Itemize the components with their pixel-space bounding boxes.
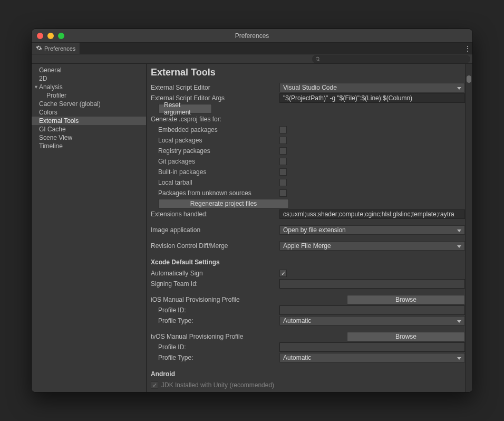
tvos-profile-heading: tvOS Manual Provisioning Profile <box>151 333 279 340</box>
ios-profile-id-input[interactable] <box>279 305 465 315</box>
scrollbar-thumb[interactable] <box>467 75 471 83</box>
csproj-embedded-label: Embedded packages <box>151 126 279 133</box>
gear-icon <box>36 45 42 52</box>
ios-profile-heading: iOS Manual Provisioning Profile <box>151 296 279 303</box>
content-scroll[interactable]: External Tools External Script Editor Vi… <box>147 64 465 392</box>
ios-browse-button[interactable]: Browse <box>347 295 465 304</box>
revision-control-dropdown[interactable]: Apple File Merge <box>279 241 465 251</box>
signing-team-label: Signing Team Id: <box>151 280 279 288</box>
tab-preferences[interactable]: Preferences <box>32 43 80 54</box>
preferences-window: Preferences Preferences ⋮ General 2D ▼An… <box>31 28 473 393</box>
sidebar-item-external-tools[interactable]: External Tools <box>32 117 146 125</box>
page-title: External Tools <box>151 67 465 78</box>
revision-control-label: Revision Control Diff/Merge <box>151 242 279 250</box>
ios-profile-type-dropdown[interactable]: Automatic <box>279 316 465 326</box>
sidebar-item-cache-server[interactable]: Cache Server (global) <box>32 100 146 108</box>
search-row <box>32 54 472 64</box>
tvos-profile-type-dropdown[interactable]: Automatic <box>279 353 465 362</box>
tvos-profile-id-input[interactable] <box>279 342 465 352</box>
csproj-builtin-checkbox[interactable] <box>279 168 287 176</box>
android-jdk-label: JDK Installed with Unity (recommended) <box>161 381 274 389</box>
tvos-profile-type-label: Profile Type: <box>151 354 279 361</box>
xcode-heading: Xcode Default Settings <box>151 259 465 266</box>
android-jdk-checkbox[interactable] <box>151 381 158 389</box>
csproj-builtin-label: Built-in packages <box>151 168 279 176</box>
tvos-profile-id-label: Profile ID: <box>151 343 279 351</box>
csproj-registry-label: Registry packages <box>151 147 279 155</box>
sidebar-item-gi-cache[interactable]: GI Cache <box>32 125 146 133</box>
external-script-editor-label: External Script Editor <box>151 84 279 91</box>
csproj-tarball-checkbox[interactable] <box>279 179 287 186</box>
content: External Tools External Script Editor Vi… <box>147 64 472 392</box>
tab-label: Preferences <box>44 45 75 52</box>
body: General 2D ▼Analysis Profiler Cache Serv… <box>32 64 472 392</box>
sidebar-item-analysis[interactable]: ▼Analysis <box>32 83 146 91</box>
csproj-embedded-checkbox[interactable] <box>279 126 287 133</box>
csproj-local-label: Local packages <box>151 137 279 144</box>
auto-sign-checkbox[interactable] <box>279 270 287 277</box>
titlebar: Preferences <box>32 29 472 43</box>
external-script-editor-args-label: External Script Editor Args <box>151 94 279 102</box>
auto-sign-label: Automatically Sign <box>151 270 279 277</box>
tab-bar: Preferences ⋮ <box>32 43 472 54</box>
csproj-local-checkbox[interactable] <box>279 137 287 144</box>
csproj-git-label: Git packages <box>151 158 279 165</box>
sidebar: General 2D ▼Analysis Profiler Cache Serv… <box>32 64 147 392</box>
csproj-registry-checkbox[interactable] <box>279 147 287 155</box>
android-heading: Android <box>151 370 465 378</box>
generate-csproj-label: Generate .csproj files for: <box>151 116 279 123</box>
ios-profile-id-label: Profile ID: <box>151 307 279 314</box>
external-script-editor-dropdown[interactable]: Visual Studio Code <box>279 83 465 92</box>
tab-menu-button[interactable]: ⋮ <box>463 43 472 54</box>
window-title: Preferences <box>32 32 472 40</box>
csproj-unknown-checkbox[interactable] <box>279 189 287 197</box>
reset-argument-button[interactable]: Reset argument <box>158 104 212 113</box>
sidebar-item-2d[interactable]: 2D <box>32 74 146 83</box>
csproj-unknown-label: Packages from unknown sources <box>151 189 279 197</box>
image-application-label: Image application <box>151 226 279 234</box>
csproj-git-checkbox[interactable] <box>279 158 287 165</box>
ios-profile-type-label: Profile Type: <box>151 317 279 324</box>
csproj-tarball-label: Local tarball <box>151 179 279 186</box>
sidebar-item-timeline[interactable]: Timeline <box>32 142 146 150</box>
sidebar-item-profiler[interactable]: Profiler <box>32 91 146 100</box>
search-input[interactable] <box>312 55 470 63</box>
extensions-handled-input[interactable]: cs;uxml;uss;shader;compute;cginc;hlsl;gl… <box>279 209 465 219</box>
image-application-dropdown[interactable]: Open by file extension <box>279 225 465 235</box>
vertical-scrollbar[interactable] <box>465 64 472 392</box>
sidebar-item-scene-view[interactable]: Scene View <box>32 133 146 142</box>
regenerate-project-files-button[interactable]: Regenerate project files <box>158 199 289 208</box>
tvos-browse-button[interactable]: Browse <box>347 332 465 341</box>
external-script-editor-args-input[interactable]: "$(ProjectPath)" -g "$(File)":$(Line):$(… <box>279 93 465 103</box>
sidebar-item-general[interactable]: General <box>32 66 146 74</box>
chevron-down-icon[interactable]: ▼ <box>34 84 39 90</box>
extensions-handled-label: Extensions handled: <box>151 211 279 218</box>
search-icon <box>315 54 321 64</box>
signing-team-input[interactable] <box>279 279 465 289</box>
sidebar-item-colors[interactable]: Colors <box>32 108 146 117</box>
